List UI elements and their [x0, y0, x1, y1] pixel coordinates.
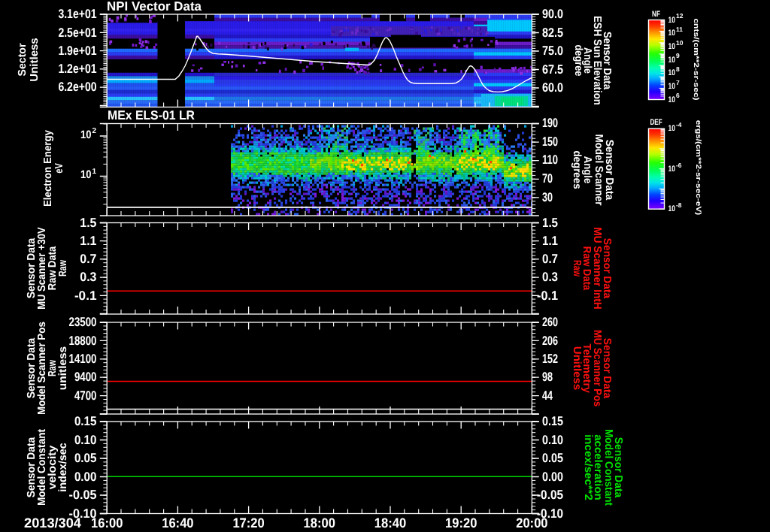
svg-text:23500: 23500: [69, 315, 97, 329]
svg-text:0.15: 0.15: [542, 414, 563, 428]
svg-text:Unitless: Unitless: [29, 38, 41, 81]
svg-text:2013/304: 2013/304: [24, 515, 81, 530]
svg-text:18:40: 18:40: [374, 515, 406, 530]
svg-text:0.00: 0.00: [542, 470, 563, 484]
svg-text:Raw: Raw: [57, 260, 69, 277]
svg-text:1.5: 1.5: [80, 216, 96, 230]
svg-text:0.05: 0.05: [542, 451, 563, 465]
svg-text:Raw: Raw: [571, 260, 583, 277]
svg-text:6: 6: [676, 92, 680, 99]
svg-text:Unitless: Unitless: [571, 346, 583, 390]
svg-text:-4: -4: [676, 121, 682, 128]
svg-text:9: 9: [676, 52, 680, 59]
svg-text:10: 10: [668, 95, 676, 104]
svg-text:98: 98: [542, 370, 553, 384]
svg-text:3.1e+01: 3.1e+01: [58, 7, 96, 21]
svg-text:10: 10: [668, 165, 676, 174]
svg-text:75.0: 75.0: [542, 44, 563, 58]
svg-text:0.10: 0.10: [74, 433, 97, 447]
svg-text:9400: 9400: [74, 370, 97, 384]
svg-text:10: 10: [668, 204, 676, 213]
svg-text:cnts/(cm**2-sr-sec): cnts/(cm**2-sr-sec): [692, 18, 700, 100]
svg-text:14100: 14100: [69, 352, 97, 366]
svg-text:10: 10: [668, 82, 676, 91]
svg-text:16:00: 16:00: [91, 515, 123, 530]
svg-text:1.5: 1.5: [542, 216, 558, 230]
svg-text:8: 8: [676, 65, 680, 73]
svg-text:-6: -6: [676, 162, 682, 169]
svg-text:Sector: Sector: [17, 43, 29, 76]
svg-text:190: 190: [542, 116, 558, 130]
svg-text:206: 206: [542, 334, 558, 348]
svg-text:1.9e+01: 1.9e+01: [58, 44, 96, 58]
svg-text:110: 110: [542, 153, 558, 167]
svg-text:20:00: 20:00: [516, 515, 547, 530]
svg-text:10: 10: [668, 16, 676, 25]
svg-text:17:20: 17:20: [232, 515, 264, 530]
svg-text:NF: NF: [652, 10, 660, 19]
svg-text:70: 70: [542, 171, 553, 186]
svg-text:18800: 18800: [69, 334, 97, 348]
svg-text:0.15: 0.15: [74, 414, 97, 428]
svg-text:12: 12: [676, 12, 684, 20]
svg-text:DEF: DEF: [650, 118, 662, 127]
svg-text:60.0: 60.0: [542, 80, 563, 95]
svg-text:44: 44: [542, 388, 553, 403]
svg-text:0.7: 0.7: [542, 252, 558, 266]
svg-text:-0.1: -0.1: [74, 289, 97, 303]
svg-text:0.10: 0.10: [542, 433, 563, 447]
svg-text:0.3: 0.3: [542, 270, 558, 284]
svg-text:10: 10: [676, 39, 684, 47]
svg-text:degrees: degrees: [571, 150, 583, 189]
svg-text:10: 10: [668, 68, 676, 77]
svg-text:index/sec: index/sec: [57, 443, 69, 492]
svg-text:10: 10: [80, 128, 92, 141]
svg-text:152: 152: [542, 352, 558, 366]
svg-text:1.1: 1.1: [542, 234, 558, 248]
svg-text:0.00: 0.00: [74, 470, 97, 484]
svg-text:10: 10: [668, 124, 676, 133]
svg-text:degree: degree: [572, 45, 584, 77]
svg-text:67.5: 67.5: [542, 62, 563, 77]
svg-text:-0.05: -0.05: [69, 488, 97, 502]
svg-text:NPI Vector Data: NPI Vector Data: [107, 0, 202, 14]
svg-text:0.3: 0.3: [80, 270, 96, 284]
svg-text:10: 10: [80, 168, 92, 181]
svg-text:6.2e+00: 6.2e+00: [58, 80, 96, 94]
svg-text:-0.1: -0.1: [537, 289, 558, 303]
svg-text:10: 10: [668, 29, 676, 38]
svg-text:2.5e+01: 2.5e+01: [58, 26, 96, 40]
svg-text:30: 30: [542, 190, 553, 204]
svg-text:eV: eV: [53, 163, 65, 174]
svg-text:1.1: 1.1: [80, 234, 96, 248]
svg-text:82.5: 82.5: [542, 26, 563, 40]
svg-text:incex/sec**2: incex/sec**2: [582, 434, 594, 500]
svg-text:-0.05: -0.05: [537, 488, 563, 502]
svg-text:10: 10: [668, 42, 676, 51]
svg-text:ergs/(cm**2-sr-sec-eV): ergs/(cm**2-sr-sec-eV): [694, 120, 702, 216]
svg-text:0.7: 0.7: [80, 252, 96, 266]
svg-text:150: 150: [542, 135, 558, 149]
svg-text:16:40: 16:40: [162, 515, 193, 530]
svg-text:90.0: 90.0: [542, 7, 563, 21]
svg-text:-8: -8: [676, 201, 682, 209]
svg-text:MEx ELS-01 LR: MEx ELS-01 LR: [108, 108, 195, 122]
svg-text:Electron Energy: Electron Energy: [42, 130, 54, 207]
svg-text:2: 2: [92, 127, 97, 135]
svg-text:1: 1: [92, 168, 97, 176]
svg-text:19:20: 19:20: [445, 515, 477, 530]
svg-text:4700: 4700: [74, 388, 97, 403]
svg-text:11: 11: [676, 26, 683, 33]
svg-text:10: 10: [668, 56, 676, 65]
svg-text:7: 7: [676, 79, 680, 86]
svg-text:0.05: 0.05: [74, 451, 97, 465]
svg-text:260: 260: [542, 315, 558, 329]
svg-text:18:00: 18:00: [304, 515, 335, 530]
svg-text:unitless: unitless: [57, 346, 69, 390]
svg-text:1.2e+01: 1.2e+01: [58, 62, 96, 76]
